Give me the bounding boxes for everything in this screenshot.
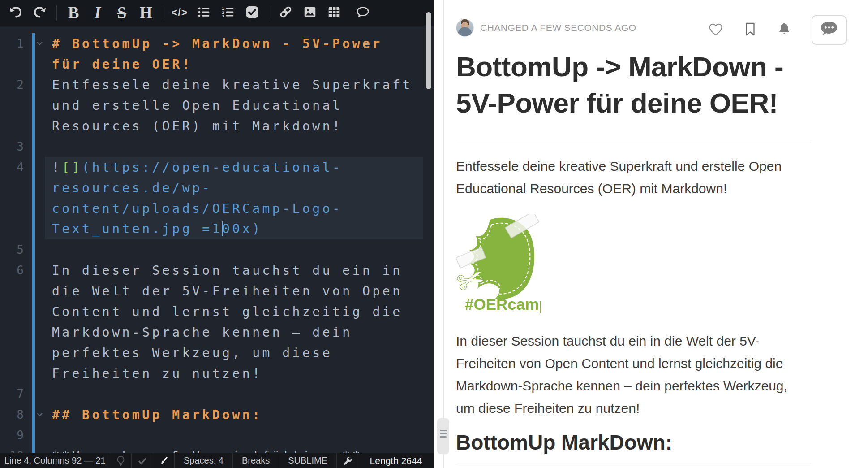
italic-button[interactable]: I <box>87 3 108 23</box>
italic-icon: I <box>95 4 101 21</box>
logo-caption: #OERcamp <box>465 295 541 313</box>
line-number: 7 <box>0 387 24 401</box>
preview-pane: CHANGED A FEW SECONDS AGO BottomUp -> Ma… <box>443 0 868 468</box>
editor-row[interactable]: 7 <box>0 384 423 404</box>
line-number: 4 <box>0 160 24 174</box>
editor-scrollbar[interactable] <box>426 12 431 89</box>
bold-icon: B <box>68 4 79 21</box>
link-button[interactable] <box>275 3 296 23</box>
document-title: BottomUp -> MarkDown - 5V-Power für dein… <box>456 48 818 121</box>
brush-icon[interactable] <box>153 453 175 468</box>
line-number: 5 <box>0 243 24 256</box>
ordered-list-icon: 123 <box>221 6 235 20</box>
editor-lines: 1# BottomUp -> MarkDown - 5V-Powerfür de… <box>0 33 423 453</box>
editor-pane: B I S H </> 123 <box>0 0 434 468</box>
undo-icon <box>9 5 23 21</box>
code-line <box>45 425 423 446</box>
avatar[interactable] <box>456 19 474 37</box>
editor-row[interactable]: Content und lernst gleichzeitig die <box>0 301 423 322</box>
keymap-mode[interactable]: SUBLIME <box>279 453 337 468</box>
unordered-list-button[interactable] <box>193 3 214 23</box>
editor-row[interactable]: für deine OER! <box>0 54 423 74</box>
editor-row[interactable]: Freiheiten zu nutzen! <box>0 363 423 384</box>
editor-row[interactable]: 1# BottomUp -> MarkDown - 5V-Power <box>0 33 423 54</box>
linebreak-mode[interactable]: Breaks <box>233 453 279 468</box>
check-list-icon <box>245 5 259 21</box>
editor-row[interactable]: resources.de/wp- <box>0 178 423 198</box>
svg-text:3: 3 <box>222 14 224 18</box>
bold-button[interactable]: B <box>63 3 84 23</box>
bell-icon <box>777 21 792 39</box>
editor-row[interactable]: die Welt der 5V-Freiheiten von Open <box>0 281 423 301</box>
heading-button[interactable]: H <box>136 3 156 23</box>
editor-row[interactable]: und erstelle Open Educational <box>0 95 423 116</box>
editor-row[interactable]: 8## BottomUp MarkDown: <box>0 404 423 425</box>
editor-toolbar: B I S H </> 123 <box>0 0 434 26</box>
code-line: # BottomUp -> MarkDown - 5V-Power <box>45 33 423 54</box>
active-line: ![](https://open-educational- <box>45 157 423 178</box>
split-drag-handle[interactable] <box>437 418 449 454</box>
notifications-button[interactable] <box>777 21 792 39</box>
strikethrough-icon: S <box>117 4 127 21</box>
redo-icon <box>33 5 47 21</box>
heading-icon: H <box>140 4 153 21</box>
editor-row[interactable]: content/uploads/OERCamp-Logo- <box>0 198 423 219</box>
app-window: B I S H </> 123 <box>0 0 868 468</box>
code-line: perfektes Werkzeug, um diese <box>45 342 423 363</box>
spaces-indicator[interactable]: Spaces: 4 <box>175 453 233 468</box>
heart-icon <box>708 22 724 39</box>
ordered-list-button[interactable]: 123 <box>218 3 238 23</box>
link-icon <box>279 5 293 21</box>
toolbar-divider <box>269 5 269 21</box>
cursor-position: Line 4, Columns 92 — 21 <box>0 453 110 468</box>
editor-row[interactable]: Resources (OER) mit Markdown! <box>0 116 423 136</box>
editor-row[interactable]: 3 <box>0 136 423 157</box>
comment-icon <box>356 5 370 21</box>
editor-row[interactable]: Markdown-Sprache kennen – dein <box>0 322 423 342</box>
authorship-bar <box>32 33 35 453</box>
preview-actions <box>688 15 847 45</box>
line-number: 6 <box>0 264 24 277</box>
code-line: In dieser Session tauchst du ein in <box>45 260 423 281</box>
editor-row[interactable]: 5 <box>0 239 423 260</box>
editor-row[interactable]: 6In dieser Session tauchst du ein in <box>0 260 423 281</box>
image-button[interactable] <box>300 3 320 23</box>
comment-button[interactable] <box>352 3 373 23</box>
bookmark-button[interactable] <box>743 22 757 39</box>
editor-row[interactable]: 9 <box>0 425 423 446</box>
code-line: Entfessele deine kreative Superkraft <box>45 74 423 95</box>
undo-button[interactable] <box>5 3 26 23</box>
active-line: Text_unten.jpg =100x) <box>45 219 423 239</box>
strikethrough-button[interactable]: S <box>112 3 132 23</box>
editor-row[interactable]: perfektes Werkzeug, um diese <box>0 342 423 363</box>
like-button[interactable] <box>708 22 724 39</box>
toolbar-divider <box>56 5 57 21</box>
editor-row[interactable]: 4![](https://open-educational- <box>0 157 423 178</box>
active-line: resources.de/wp- <box>45 178 423 198</box>
check-list-button[interactable] <box>242 3 262 23</box>
status-bar: Line 4, Columns 92 — 21Spaces: 4BreaksSU… <box>0 453 434 468</box>
redo-button[interactable] <box>30 3 50 23</box>
code-button[interactable]: </> <box>169 3 190 23</box>
code-icon: </> <box>172 7 188 19</box>
toolbar-divider <box>163 5 163 21</box>
section-heading: BottomUp MarkDown: <box>456 430 672 455</box>
code-line <box>45 384 423 404</box>
lightbulb-icon[interactable] <box>110 453 132 468</box>
line-number: 1 <box>0 37 24 50</box>
text-cursor <box>222 221 223 236</box>
table-button[interactable] <box>324 3 344 23</box>
wrench-icon[interactable] <box>337 453 358 468</box>
code-line: für deine OER! <box>45 54 423 74</box>
grip-lines-icon <box>440 430 447 431</box>
editor-row[interactable]: Text_unten.jpg =100x) <box>0 219 423 239</box>
line-number: 2 <box>0 78 24 91</box>
check-icon[interactable] <box>132 453 153 468</box>
document-meta: CHANGED A FEW SECONDS AGO <box>456 19 636 37</box>
code-editor[interactable]: 1# BottomUp -> MarkDown - 5V-Powerfür de… <box>0 26 434 453</box>
editor-row[interactable]: 10**Verwahren & Vervielfältigen** <box>0 446 423 453</box>
comments-panel-button[interactable] <box>812 15 847 45</box>
editor-row[interactable]: 2Entfessele deine kreative Superkraft <box>0 74 423 95</box>
horizontal-rule <box>456 464 811 464</box>
table-icon <box>327 6 341 20</box>
